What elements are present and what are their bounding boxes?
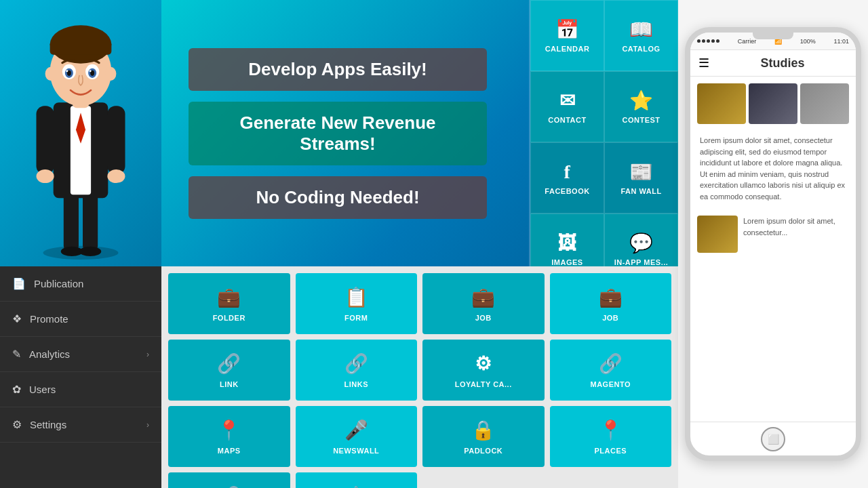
svg-rect-9: [107, 106, 125, 174]
tile-label-newswall: NEWSWALL: [333, 447, 379, 455]
hero-banner-1: Develop Apps Easily!: [189, 48, 487, 91]
job2-icon: 💼: [599, 286, 623, 308]
images-label: IMAGES: [551, 258, 583, 266]
sidebar-label-analytics: Analytics: [29, 348, 70, 360]
users-icon: ✿: [12, 383, 21, 396]
phone-battery: 100%: [800, 38, 816, 45]
tile-padlock[interactable]: 🔒 PADLOCK: [422, 406, 545, 467]
phone-thumb-1: [697, 83, 746, 124]
grid-cell-fanwall[interactable]: 📰 FAN WALL: [604, 142, 678, 214]
contact-icon: ✉: [559, 89, 576, 112]
sidebar-hero: [0, 0, 161, 266]
tile-folder[interactable]: 💼 FOLDER: [168, 273, 290, 334]
tile-link[interactable]: 🔗 LINK: [168, 340, 290, 401]
contact-label: CONTACT: [548, 116, 586, 124]
phone-time: 11:01: [833, 38, 849, 45]
phone-body-text: Lorem ipsum dolor sit amet, consectetur …: [697, 132, 849, 205]
tile-label-link: LINK: [220, 380, 239, 388]
sidebar-item-users[interactable]: ✿ Users: [0, 372, 161, 407]
promote-icon: ❖: [12, 312, 22, 325]
svg-point-11: [107, 169, 125, 183]
prestashop-icon: 🔗: [217, 485, 241, 489]
settings-icon: ⚙: [12, 418, 22, 431]
privacypo-icon: 📋: [344, 485, 369, 489]
padlock-icon: 🔒: [471, 419, 496, 441]
sidebar-item-promote[interactable]: ❖ Promote: [0, 302, 161, 337]
phone-notch: [753, 33, 793, 39]
tile-magento[interactable]: 🔗 MAGENTO: [550, 340, 672, 401]
tile-privacypo[interactable]: 📋 PRIVACY PO...: [296, 472, 418, 488]
grid-cell-catalog[interactable]: 📖 CATALOG: [604, 0, 678, 71]
links-icon: 🔗: [344, 352, 369, 375]
analytics-chevron: ›: [146, 350, 149, 359]
sidebar-item-publication[interactable]: 📄 Publication: [0, 266, 161, 302]
phone-image-row: [697, 83, 849, 124]
tile-label-magento: MAGENTO: [590, 380, 631, 388]
facebook-label: FACEBOOK: [545, 187, 589, 195]
hero-banner-3: No Coding Needed!: [189, 176, 487, 219]
tile-prestashop[interactable]: 🔗 PRESTASHOP: [168, 472, 290, 488]
bottom-section: 💼 FOLDER 📋 FORM 💼 JOB 💼 JOB 🔗 LINK 🔗: [161, 266, 678, 488]
magento-icon: 🔗: [599, 352, 623, 375]
phone-mockup-area: Carrier 📶 100% 11:01 ☰ Studies Lorem ips…: [678, 0, 868, 488]
main-area: Develop Apps Easily! Generate New Revenu…: [161, 0, 678, 488]
sidebar: 📄 Publication ❖ Promote ✎ Analytics › ✿ …: [0, 0, 161, 488]
phone-frame: Carrier 📶 100% 11:01 ☰ Studies Lorem ips…: [685, 27, 861, 461]
phone-screen-title: Studies: [717, 56, 848, 70]
tile-label-places: PLACES: [594, 447, 627, 455]
article-text: Lorem ipsum dolor sit amet, consectetur.…: [743, 216, 849, 238]
tile-label-maps: MAPS: [218, 447, 241, 455]
tile-label-loyaltyca: LOYALTY CA...: [455, 380, 512, 388]
contest-label: CONTEST: [622, 116, 660, 124]
sidebar-nav: 📄 Publication ❖ Promote ✎ Analytics › ✿ …: [0, 266, 161, 443]
sidebar-label-promote: Promote: [30, 313, 68, 325]
grid-cell-calendar[interactable]: 📅 CALENDAR: [530, 0, 604, 71]
phone-home-button[interactable]: ⬜: [761, 427, 785, 451]
sidebar-label-users: Users: [29, 384, 56, 395]
phone-dots: [697, 39, 719, 43]
grid-cell-contact[interactable]: ✉ CONTACT: [530, 71, 604, 142]
grid-cell-facebook[interactable]: f FACEBOOK: [530, 142, 604, 214]
tile-form[interactable]: 📋 FORM: [296, 273, 418, 334]
sidebar-label-publication: Publication: [34, 278, 83, 289]
grid-cell-contest[interactable]: ⭐ CONTEST: [604, 71, 678, 142]
fanwall-icon: 📰: [629, 161, 654, 183]
tile-loyaltyca[interactable]: ⚙ LOYALTY CA...: [422, 340, 545, 401]
svg-point-25: [105, 67, 116, 81]
phone-header: ☰ Studies: [690, 50, 856, 77]
character-illustration: [0, 0, 161, 260]
tile-links[interactable]: 🔗 LINKS: [296, 340, 418, 401]
tile-job1[interactable]: 💼 JOB: [422, 273, 545, 334]
sidebar-label-settings: Settings: [30, 419, 66, 430]
loyaltyca-icon: ⚙: [475, 352, 492, 375]
grid-cell-images[interactable]: 🖼 IMAGES: [530, 214, 604, 266]
tile-job2[interactable]: 💼 JOB: [550, 273, 672, 334]
newswall-icon: 🎤: [344, 419, 369, 441]
inapp-icon: 💬: [629, 232, 654, 254]
phone-carrier: Carrier: [738, 38, 757, 45]
svg-rect-1: [64, 191, 79, 253]
images-icon: 🖼: [557, 232, 577, 254]
hero-banner-2: Generate New Revenue Streams!: [189, 102, 487, 165]
calendar-icon: 📅: [555, 18, 580, 41]
tile-maps[interactable]: 📍 MAPS: [168, 406, 290, 467]
svg-point-24: [45, 67, 56, 81]
publication-icon: 📄: [12, 277, 26, 290]
svg-point-4: [79, 247, 101, 256]
svg-rect-15: [50, 41, 112, 54]
tile-label-links: LINKS: [344, 380, 369, 388]
settings-chevron: ›: [146, 420, 149, 430]
svg-point-19: [66, 70, 68, 72]
tile-places[interactable]: 📍 PLACES: [550, 406, 672, 467]
inapp-label: IN-APP MES...: [614, 258, 669, 266]
sidebar-item-analytics[interactable]: ✎ Analytics ›: [0, 337, 161, 372]
sidebar-item-settings[interactable]: ⚙ Settings ›: [0, 407, 161, 443]
hamburger-menu-icon[interactable]: ☰: [698, 56, 709, 70]
fanwall-label: FAN WALL: [620, 187, 661, 195]
grid-cell-inapp[interactable]: 💬 IN-APP MES...: [604, 214, 678, 266]
tile-newswall[interactable]: 🎤 NEWSWALL: [296, 406, 418, 467]
places-icon: 📍: [599, 419, 623, 441]
maps-icon: 📍: [217, 419, 241, 441]
phone-home-button-area: ⬜: [690, 422, 856, 455]
form-icon: 📋: [344, 286, 369, 308]
